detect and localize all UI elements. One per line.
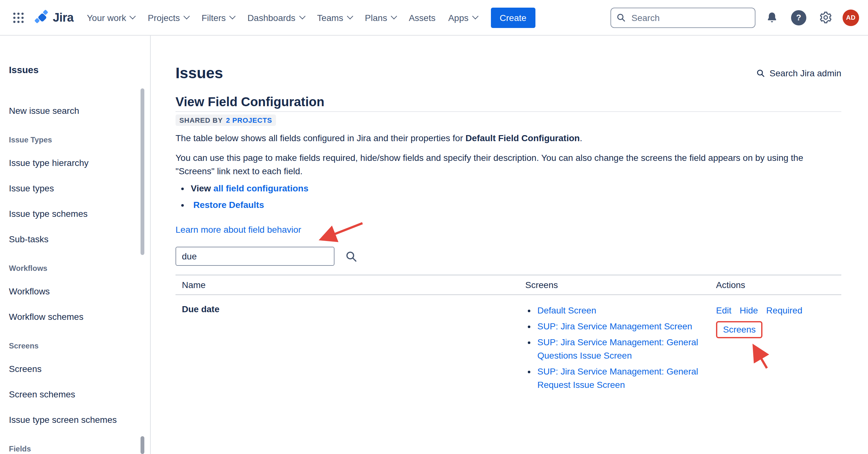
sidebar-item-issue-type-hierarchy[interactable]: Issue type hierarchy bbox=[9, 156, 133, 169]
intro-text: The table below shows all fields configu… bbox=[176, 133, 465, 143]
field-search-button[interactable] bbox=[344, 249, 359, 264]
table-header-row: Name Screens Actions bbox=[176, 275, 841, 295]
sidebar-scrollbar-thumb-lower[interactable] bbox=[141, 436, 144, 454]
projects-count-link[interactable]: 2 PROJECTS bbox=[226, 116, 272, 124]
notifications-button[interactable] bbox=[763, 8, 781, 26]
edit-action-link[interactable]: Edit bbox=[716, 304, 731, 317]
list-item: Restore Defaults bbox=[191, 199, 841, 212]
search-jira-admin-link[interactable]: Search Jira admin bbox=[756, 68, 841, 78]
settings-button[interactable] bbox=[816, 8, 835, 27]
intro-period: . bbox=[580, 133, 582, 143]
app-switcher-icon[interactable] bbox=[9, 8, 28, 27]
list-item: SUP: Jira Service Management: General Re… bbox=[537, 365, 703, 392]
sidebar-item-issue-type-screen-schemes[interactable]: Issue type screen schemes bbox=[9, 413, 133, 426]
field-name: Due date bbox=[176, 295, 519, 394]
main-content: Issues Search Jira admin View Field Conf… bbox=[151, 36, 868, 454]
sidebar-item-sub-tasks[interactable]: Sub-tasks bbox=[9, 233, 133, 245]
nav-plans-label: Plans bbox=[365, 12, 387, 23]
annotation-box-screens: Screens bbox=[716, 321, 763, 338]
nav-assets[interactable]: Assets bbox=[403, 7, 441, 28]
nav-projects-label: Projects bbox=[148, 12, 180, 23]
restore-defaults-link[interactable]: Restore Defaults bbox=[193, 200, 264, 210]
nav-your-work[interactable]: Your work bbox=[81, 7, 141, 28]
section-title: View Field Configuration bbox=[176, 94, 841, 112]
search-icon bbox=[756, 69, 765, 78]
top-navigation-bar: Jira Your work Projects Filters Dashboar… bbox=[0, 0, 868, 36]
sidebar-item-screens[interactable]: Screens bbox=[9, 362, 133, 375]
list-item: Viewall field configurations bbox=[191, 182, 841, 195]
required-action-link[interactable]: Required bbox=[766, 304, 803, 317]
jira-logo[interactable]: Jira bbox=[34, 9, 73, 25]
screen-link[interactable]: SUP: Jira Service Management Screen bbox=[537, 321, 692, 331]
sidebar-item-screen-schemes[interactable]: Screen schemes bbox=[9, 388, 133, 401]
sidebar-section-fields: Fields bbox=[9, 444, 133, 454]
search-jira-admin-label: Search Jira admin bbox=[769, 68, 841, 78]
nav-projects[interactable]: Projects bbox=[142, 7, 194, 28]
primary-nav: Your work Projects Filters Dashboards Te… bbox=[81, 7, 483, 28]
field-configuration-name: Default Field Configuration bbox=[465, 133, 580, 143]
jira-logo-icon bbox=[34, 9, 50, 25]
intro-paragraph: The table below shows all fields configu… bbox=[176, 132, 841, 145]
sidebar-item-issue-type-schemes[interactable]: Issue type schemes bbox=[9, 207, 133, 220]
sidebar-item-workflow-schemes[interactable]: Workflow schemes bbox=[9, 310, 133, 323]
screens-action-link[interactable]: Screens bbox=[723, 324, 756, 334]
sidebar-item-workflows[interactable]: Workflows bbox=[9, 285, 133, 298]
create-button[interactable]: Create bbox=[491, 7, 535, 28]
nav-teams[interactable]: Teams bbox=[311, 7, 358, 28]
learn-more-link[interactable]: Learn more about field behavior bbox=[176, 223, 301, 237]
page-title: Issues bbox=[176, 64, 223, 83]
nav-apps[interactable]: Apps bbox=[442, 7, 483, 28]
chevron-down-icon bbox=[130, 13, 136, 20]
chevron-down-icon bbox=[347, 13, 353, 20]
chevron-down-icon bbox=[229, 13, 236, 20]
search-icon bbox=[345, 250, 358, 262]
grid-icon bbox=[11, 10, 25, 25]
list-item: Default Screen bbox=[537, 304, 703, 317]
global-search[interactable] bbox=[611, 7, 755, 28]
column-header-screens: Screens bbox=[519, 275, 710, 294]
chevron-down-icon bbox=[299, 13, 305, 20]
screen-link[interactable]: SUP: Jira Service Management: General Re… bbox=[537, 366, 698, 390]
sidebar-item-issue-types[interactable]: Issue types bbox=[9, 182, 133, 194]
nav-dashboards-label: Dashboards bbox=[247, 12, 296, 23]
sidebar-item-new-issue-search[interactable]: New issue search bbox=[9, 104, 133, 117]
nav-dashboards[interactable]: Dashboards bbox=[242, 7, 310, 28]
nav-filters[interactable]: Filters bbox=[196, 7, 240, 28]
jira-admin-window: Jira Your work Projects Filters Dashboar… bbox=[0, 0, 868, 454]
column-header-name: Name bbox=[176, 275, 519, 294]
search-icon bbox=[616, 13, 626, 22]
list-item: SUP: Jira Service Management Screen bbox=[537, 320, 703, 333]
hide-action-link[interactable]: Hide bbox=[740, 304, 758, 317]
fields-table: Name Screens Actions Due date Default Sc… bbox=[176, 275, 841, 394]
annotation-arrow-screens bbox=[729, 339, 786, 377]
view-label: View bbox=[191, 183, 211, 193]
chevron-down-icon bbox=[183, 13, 190, 20]
jira-logo-text: Jira bbox=[53, 10, 73, 25]
question-mark-icon: ? bbox=[791, 10, 806, 25]
nav-filters-label: Filters bbox=[202, 12, 226, 23]
chevron-down-icon bbox=[391, 13, 397, 20]
gear-icon bbox=[819, 11, 832, 24]
nav-your-work-label: Your work bbox=[87, 12, 126, 23]
screen-link[interactable]: SUP: Jira Service Management: General Qu… bbox=[537, 337, 698, 361]
help-button[interactable]: ? bbox=[788, 7, 809, 28]
shared-by-badge: SHARED BY 2 PROJECTS bbox=[176, 115, 276, 126]
field-search-input[interactable] bbox=[176, 247, 335, 266]
user-avatar[interactable]: AD bbox=[843, 9, 859, 26]
global-search-input[interactable] bbox=[630, 12, 750, 23]
sidebar-section-workflows: Workflows bbox=[9, 263, 133, 273]
all-field-configurations-link[interactable]: all field configurations bbox=[213, 183, 308, 193]
table-row: Due date Default Screen SUP: Jira Servic… bbox=[176, 295, 841, 394]
nav-assets-label: Assets bbox=[409, 12, 436, 23]
actions-row: Edit Hide Required bbox=[716, 304, 835, 317]
nav-teams-label: Teams bbox=[317, 12, 343, 23]
notification-bell-icon bbox=[766, 11, 778, 24]
field-search-row bbox=[176, 247, 841, 266]
field-actions-cell: Edit Hide Required Screens bbox=[710, 295, 841, 394]
sidebar-title: Issues bbox=[9, 64, 133, 76]
screen-link[interactable]: Default Screen bbox=[537, 305, 596, 315]
sidebar-section-issue-types: Issue Types bbox=[9, 135, 133, 145]
nav-plans[interactable]: Plans bbox=[359, 7, 402, 28]
sidebar-scrollbar-thumb[interactable] bbox=[141, 88, 144, 255]
screens-list: Default Screen SUP: Jira Service Managem… bbox=[525, 304, 703, 392]
